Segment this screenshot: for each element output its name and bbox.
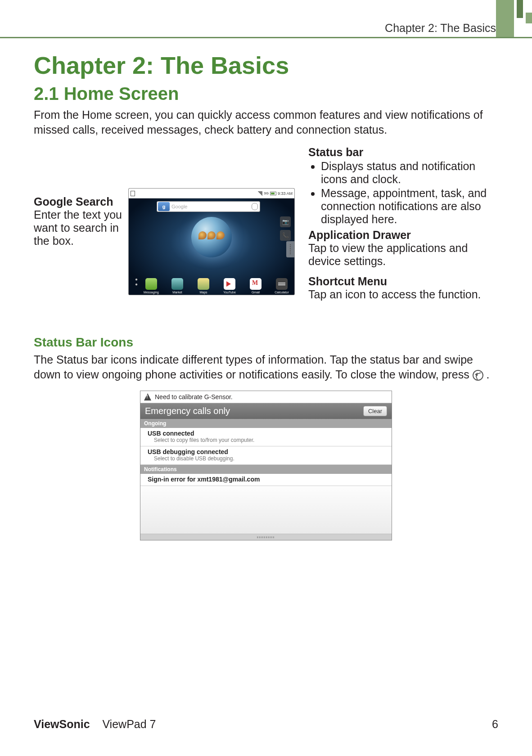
callout-title: Shortcut Menu	[308, 275, 498, 288]
callout-status-bar: Status bar Displays status and notificat…	[308, 146, 498, 226]
notif-section-ongoing: Ongoing	[140, 419, 392, 428]
shortcut-dock: ● ● Messaging Market Maps YouTube Gmail …	[129, 274, 294, 294]
callout-title: Status bar	[308, 146, 498, 159]
clear-button[interactable]: Clear	[363, 406, 387, 416]
signal-3g-icon: 3G	[264, 191, 269, 195]
app-market[interactable]: Market	[168, 278, 186, 294]
callout-desc: Tap an icon to access the function.	[308, 288, 498, 301]
tablet-status-bar: 3G 9:33 AM	[129, 189, 294, 198]
callout-desc: Tap to view the applications and device …	[308, 242, 498, 268]
notif-top-notice: Need to calibrate G-Sensor.	[140, 391, 392, 403]
notif-empty-area	[140, 486, 392, 540]
warning-icon	[144, 393, 151, 400]
callout-bullet: Message, appointment, task, and connecti…	[321, 187, 498, 226]
back-icon	[473, 370, 483, 381]
intro-paragraph: From the Home screen, you can quickly ac…	[34, 108, 498, 137]
header-rule	[0, 37, 532, 38]
app-gmail[interactable]: Gmail	[247, 278, 265, 294]
page-footer: ViewSonic ViewPad 7 6	[34, 718, 498, 731]
notif-section-notifications: Notifications	[140, 465, 392, 474]
page-indicator-left: ● ●	[135, 277, 138, 294]
status-icons-paragraph: The Status bar icons indicate different …	[34, 352, 498, 382]
chapter-title: Chapter 2: The Basics	[34, 51, 498, 79]
camera-icon[interactable]: 📷	[280, 216, 291, 227]
subsection-heading: Status Bar Icons	[34, 335, 498, 350]
home-screen-diagram: Google Search Enter the text you want to…	[34, 146, 498, 304]
running-header: Chapter 2: The Basics	[385, 22, 496, 35]
app-youtube[interactable]: YouTube	[221, 278, 239, 294]
panel-drag-handle[interactable]	[140, 534, 392, 540]
footer-product: ViewPad 7	[102, 718, 156, 730]
tablet-screenshot: 3G 9:33 AM g Google	[128, 188, 299, 295]
google-g-icon: g	[158, 202, 170, 211]
callout-desc: Enter the text you want to search in the…	[34, 208, 128, 248]
usb-indicator-icon	[131, 191, 135, 196]
callout-shortcut-menu: Shortcut Menu Tap an icon to access the …	[308, 275, 498, 301]
google-search-widget[interactable]: g Google	[157, 201, 260, 212]
signal-icon	[258, 191, 262, 196]
notif-carrier-row: Emergency calls only Clear	[140, 403, 392, 419]
notification-panel-screenshot: Need to calibrate G-Sensor. Emergency ca…	[140, 391, 392, 540]
status-time: 9:33 AM	[278, 191, 293, 196]
app-maps[interactable]: Maps	[194, 278, 212, 294]
battery-icon	[270, 192, 276, 195]
notif-item[interactable]: USB debugging connected Select to disabl…	[140, 446, 392, 465]
mic-icon[interactable]	[252, 203, 258, 210]
notif-item[interactable]: Sign-in error for xmt1981@gmail.com	[140, 474, 392, 486]
wallpaper-birds	[198, 231, 225, 239]
callout-title: Application Drawer	[308, 229, 498, 242]
app-calculator[interactable]: Calculator	[273, 278, 291, 294]
section-heading: 2.1 Home Screen	[34, 84, 498, 104]
phone-icon[interactable]: 📞	[280, 230, 291, 241]
app-messaging[interactable]: Messaging	[142, 278, 160, 294]
page-number: 6	[492, 718, 498, 731]
header-color-blocks	[496, 0, 532, 37]
notif-item[interactable]: USB connected Select to copy files to/fr…	[140, 428, 392, 446]
footer-brand: ViewSonic	[34, 718, 90, 730]
callout-title: Google Search	[34, 195, 128, 208]
search-placeholder: Google	[171, 204, 252, 209]
app-drawer-handle[interactable]	[286, 241, 294, 257]
callout-app-drawer: Application Drawer Tap to view the appli…	[308, 229, 498, 268]
callout-google-search: Google Search Enter the text you want to…	[34, 195, 128, 248]
callout-bullet: Displays status and notification icons a…	[321, 160, 498, 186]
carrier-text: Emergency calls only	[145, 406, 230, 416]
